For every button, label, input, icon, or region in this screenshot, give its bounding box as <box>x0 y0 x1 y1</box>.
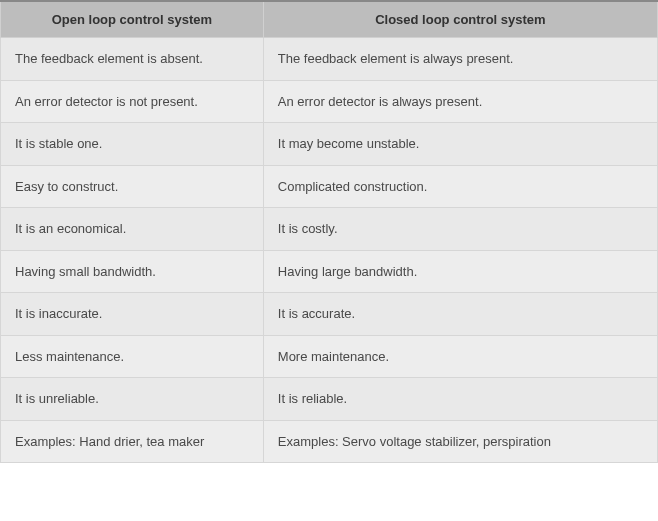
table-row: The feedback element is absent. The feed… <box>1 38 658 81</box>
table-row: An error detector is not present. An err… <box>1 80 658 123</box>
cell-closed: Complicated construction. <box>263 165 657 208</box>
cell-open: The feedback element is absent. <box>1 38 264 81</box>
cell-closed: It is accurate. <box>263 293 657 336</box>
cell-closed: An error detector is always present. <box>263 80 657 123</box>
column-header-open-loop: Open loop control system <box>1 1 264 38</box>
cell-closed: It is reliable. <box>263 378 657 421</box>
column-header-closed-loop: Closed loop control system <box>263 1 657 38</box>
cell-closed: It may become unstable. <box>263 123 657 166</box>
table-row: Having small bandwidth. Having large ban… <box>1 250 658 293</box>
cell-open: Having small bandwidth. <box>1 250 264 293</box>
table-row: Examples: Hand drier, tea maker Examples… <box>1 420 658 463</box>
table-row: It is an economical. It is costly. <box>1 208 658 251</box>
table-row: Easy to construct. Complicated construct… <box>1 165 658 208</box>
cell-open: It is an economical. <box>1 208 264 251</box>
cell-closed: It is costly. <box>263 208 657 251</box>
cell-open: It is stable one. <box>1 123 264 166</box>
cell-open: Less maintenance. <box>1 335 264 378</box>
cell-open: It is inaccurate. <box>1 293 264 336</box>
comparison-table: Open loop control system Closed loop con… <box>0 0 658 463</box>
cell-open: It is unreliable. <box>1 378 264 421</box>
table-body: The feedback element is absent. The feed… <box>1 38 658 463</box>
table-row: It is unreliable. It is reliable. <box>1 378 658 421</box>
table-row: It is inaccurate. It is accurate. <box>1 293 658 336</box>
cell-closed: Examples: Servo voltage stabilizer, pers… <box>263 420 657 463</box>
cell-closed: More maintenance. <box>263 335 657 378</box>
cell-open: Easy to construct. <box>1 165 264 208</box>
cell-closed: Having large bandwidth. <box>263 250 657 293</box>
cell-open: An error detector is not present. <box>1 80 264 123</box>
table-row: Less maintenance. More maintenance. <box>1 335 658 378</box>
table-row: It is stable one. It may become unstable… <box>1 123 658 166</box>
cell-open: Examples: Hand drier, tea maker <box>1 420 264 463</box>
cell-closed: The feedback element is always present. <box>263 38 657 81</box>
